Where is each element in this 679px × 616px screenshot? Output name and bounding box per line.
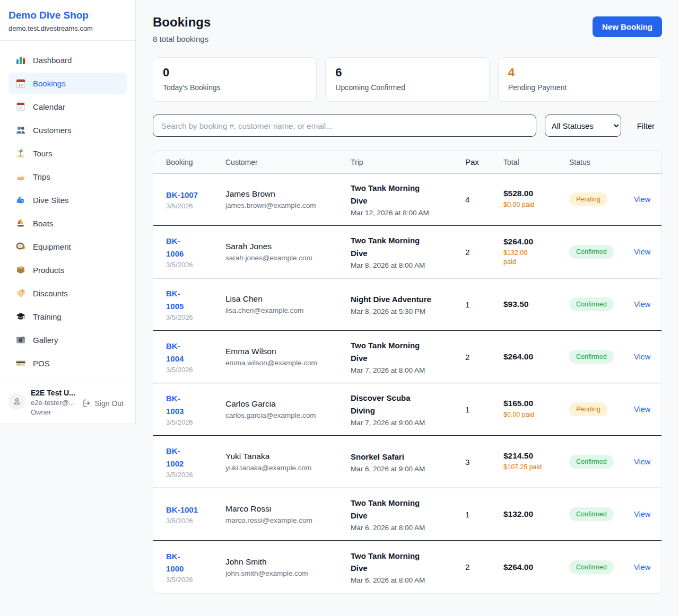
tag-icon: [15, 288, 26, 298]
sidebar-item-boats[interactable]: Boats: [8, 213, 127, 234]
brand-block: Demo Dive Shop demo.test.divestreams.com: [0, 0, 135, 41]
trip-datetime: Mar 12, 2026 at 8:00 AM: [351, 209, 457, 217]
table-row: BK- 1004 3/5/2026 Emma Wilson emma.wilso…: [153, 331, 661, 383]
sidebar-item-customers[interactable]: Customers: [8, 119, 127, 140]
view-link[interactable]: View: [634, 248, 650, 256]
sign-out-label: Sign Out: [95, 399, 124, 408]
status-badge: Confirmed: [569, 455, 614, 469]
sign-out-button[interactable]: Sign Out: [79, 398, 127, 408]
search-input[interactable]: [153, 115, 536, 137]
booking-number-link[interactable]: BK- 1003: [166, 392, 184, 417]
customer-name: Lisa Chen: [225, 294, 342, 304]
trip-datetime: Mar 8, 2026 at 5:30 PM: [351, 307, 457, 315]
customer-email: john.smith@example.com: [225, 569, 342, 577]
user-role: Owner: [31, 408, 74, 416]
view-link[interactable]: View: [634, 457, 650, 466]
camera-icon: [15, 335, 26, 345]
total-bookings-count: 8 total bookings: [153, 34, 211, 43]
user-meta: E2E Test U... e2e-tester@... Owner: [31, 389, 74, 416]
view-link[interactable]: View: [634, 405, 650, 413]
table-row: BK- 1005 3/5/2026 Lisa Chen lisa.chen@ex…: [153, 278, 661, 331]
stats-row: 0 Today's Bookings 6 Upcoming Confirmed …: [153, 57, 662, 102]
island-icon: [15, 148, 26, 159]
sidebar-item-discounts[interactable]: Discounts: [8, 283, 127, 304]
people-icon: [15, 125, 26, 135]
booking-date: 3/5/2026: [166, 471, 225, 479]
booking-date: 3/5/2026: [166, 202, 225, 210]
pax-count: 1: [465, 300, 503, 309]
brand-name[interactable]: Demo Dive Shop: [8, 10, 127, 21]
booking-date: 3/5/2026: [166, 261, 225, 269]
view-link[interactable]: View: [634, 510, 650, 518]
sidebar-item-calendar[interactable]: Calendar: [8, 96, 127, 117]
sidebar-item-training[interactable]: Training: [8, 306, 127, 327]
trip-datetime: Mar 8, 2026 at 8:00 AM: [351, 261, 457, 269]
booking-date: 3/5/2026: [166, 576, 225, 584]
sidebar-item-label: Equipment: [33, 242, 71, 251]
customer-email: lisa.chen@example.com: [225, 306, 342, 314]
calendar-date-icon: 17: [15, 78, 26, 89]
sidebar-item-label: Gallery: [33, 336, 58, 345]
sidebar-item-tours[interactable]: Tours: [8, 143, 127, 164]
table-row: BK-1001 3/5/2026 Marco Rossi marco.rossi…: [153, 488, 661, 541]
status-filter-select[interactable]: All Statuses: [545, 115, 621, 137]
sidebar-item-label: Calendar: [33, 102, 65, 111]
stat-card: 0 Today's Bookings: [153, 57, 317, 102]
trip-name: Night Dive Adventure: [351, 293, 434, 305]
view-link[interactable]: View: [634, 563, 650, 571]
total-amount: $93.50: [503, 300, 564, 309]
view-link[interactable]: View: [634, 300, 650, 309]
trip-name: Two Tank Morning Dive: [351, 497, 434, 522]
booking-number-link[interactable]: BK- 1006: [166, 235, 184, 260]
main-content: Bookings 8 total bookings New Booking 0 …: [136, 0, 679, 611]
stat-label: Upcoming Confirmed: [335, 83, 479, 92]
status-badge: Confirmed: [569, 507, 614, 521]
view-link[interactable]: View: [634, 353, 650, 361]
trip-name: Two Tank Morning Dive: [351, 550, 434, 575]
logout-icon: [82, 399, 91, 408]
stat-value: 4: [508, 66, 652, 80]
table-body: BK-1007 3/5/2026 James Brown james.brown…: [153, 173, 661, 593]
booking-number-link[interactable]: BK- 1000: [166, 550, 184, 575]
new-booking-button[interactable]: New Booking: [593, 16, 662, 37]
booking-number-link[interactable]: BK- 1005: [166, 287, 184, 312]
sidebar-item-label: POS: [33, 359, 50, 368]
status-badge: Confirmed: [569, 245, 614, 259]
speedboat-icon: [15, 171, 26, 182]
app-layout: Demo Dive Shop demo.test.divestreams.com…: [0, 0, 679, 611]
booking-number-link[interactable]: BK- 1002: [166, 445, 184, 470]
stat-label: Today's Bookings: [163, 83, 307, 92]
sidebar-item-label: Dive Sites: [33, 196, 69, 205]
sidebar-item-products[interactable]: Products: [8, 259, 127, 280]
booking-number-link[interactable]: BK-1007: [166, 189, 198, 201]
sidebar-item-equipment[interactable]: Equipment: [8, 236, 127, 257]
sidebar-item-gallery[interactable]: Gallery: [8, 329, 127, 350]
sidebar-item-dashboard[interactable]: Dashboard: [8, 49, 127, 71]
sidebar-item-trips[interactable]: Trips: [8, 166, 127, 187]
trip-datetime: Mar 7, 2026 at 9:00 AM: [351, 419, 457, 427]
view-link[interactable]: View: [634, 195, 650, 204]
booking-number-link[interactable]: BK- 1004: [166, 340, 184, 365]
table-header-row: Booking Customer Trip Pax Total Status: [153, 151, 661, 173]
status-badge: Confirmed: [569, 560, 614, 574]
customer-name: Marco Rossi: [225, 504, 342, 514]
customer-email: marco.rossi@example.com: [225, 516, 342, 524]
wave-icon: [15, 195, 26, 205]
sidebar-item-label: Trips: [33, 172, 50, 181]
sidebar-item-dive-sites[interactable]: Dive Sites: [8, 189, 127, 210]
column-header-pax: Pax: [465, 157, 503, 166]
booking-number-link[interactable]: BK-1001: [166, 504, 198, 516]
column-header-trip: Trip: [351, 158, 465, 166]
table-row: BK-1007 3/5/2026 James Brown james.brown…: [153, 173, 661, 226]
pax-count: 2: [465, 353, 503, 362]
sidebar-item-bookings[interactable]: 17 Bookings: [8, 73, 127, 94]
pax-count: 4: [465, 195, 503, 204]
table-row: BK- 1003 3/5/2026 Carlos Garcia carlos.g…: [153, 383, 661, 436]
total-amount: $165.00: [503, 399, 564, 408]
column-header-total: Total: [503, 158, 569, 166]
sidebar-item-label: Boats: [33, 219, 53, 228]
sidebar-item-pos[interactable]: POS: [8, 353, 127, 374]
customer-name: John Smith: [225, 557, 342, 567]
filter-button[interactable]: Filter: [630, 121, 662, 130]
status-badge: Pending: [569, 402, 607, 416]
